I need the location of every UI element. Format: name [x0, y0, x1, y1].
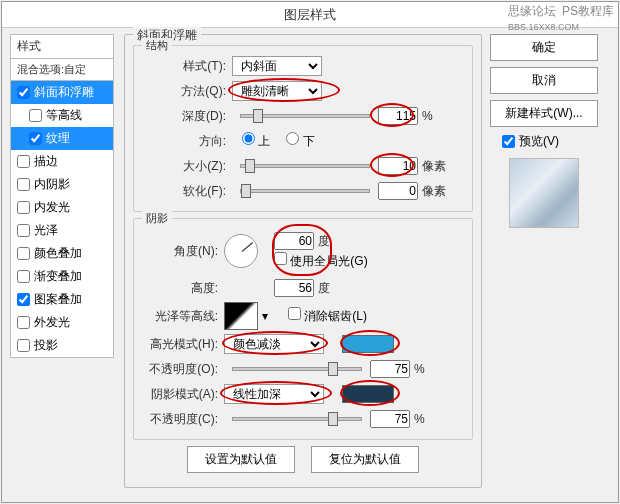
item-inner-shadow[interactable]: 内阴影: [11, 173, 113, 196]
angle-label: 角度(N):: [142, 243, 224, 260]
global-light-chk[interactable]: 使用全局光(G): [274, 254, 368, 268]
shading-title: 阴影: [142, 211, 172, 226]
structure-subgroup: 结构 样式(T): 内斜面 方法(Q): 雕刻清晰 深度(D): %: [133, 45, 473, 212]
shading-subgroup: 阴影 角度(N): 度 使用全局光(G): [133, 218, 473, 440]
chk-texture[interactable]: [29, 132, 42, 145]
method-select[interactable]: 雕刻清晰: [232, 81, 322, 101]
set-default-button[interactable]: 设置为默认值: [187, 446, 295, 473]
item-bevel[interactable]: 斜面和浮雕: [11, 81, 113, 104]
gloss-label: 光泽等高线:: [142, 308, 224, 325]
new-style-button[interactable]: 新建样式(W)...: [490, 100, 598, 127]
bevel-group: 斜面和浮雕 结构 样式(T): 内斜面 方法(Q): 雕刻清晰 深度(D):: [124, 34, 482, 488]
hilite-opacity-slider[interactable]: [232, 367, 362, 371]
direction-label: 方向:: [142, 133, 232, 150]
blend-options[interactable]: 混合选项:自定: [10, 59, 114, 81]
item-inner-glow[interactable]: 内发光: [11, 196, 113, 219]
item-outer-glow[interactable]: 外发光: [11, 311, 113, 334]
depth-input[interactable]: [378, 107, 418, 125]
depth-label: 深度(D):: [142, 108, 232, 125]
shadow-color[interactable]: [342, 385, 394, 403]
shadow-opacity-slider[interactable]: [232, 417, 362, 421]
style-select[interactable]: 内斜面: [232, 56, 322, 76]
soften-input[interactable]: [378, 182, 418, 200]
item-drop-shadow[interactable]: 投影: [11, 334, 113, 357]
chk-gradient-overlay[interactable]: [17, 270, 30, 283]
item-texture[interactable]: 纹理: [11, 127, 113, 150]
altitude-label: 高度:: [142, 280, 224, 297]
reset-default-button[interactable]: 复位为默认值: [311, 446, 419, 473]
item-contour[interactable]: 等高线: [11, 104, 113, 127]
ok-button[interactable]: 确定: [490, 34, 598, 61]
chk-contour[interactable]: [29, 109, 42, 122]
hilite-mode-label: 高光模式(H):: [142, 336, 224, 353]
chk-outer-glow[interactable]: [17, 316, 30, 329]
chk-drop-shadow[interactable]: [17, 339, 30, 352]
preview-thumbnail: [509, 158, 579, 228]
chk-pattern-overlay[interactable]: [17, 293, 30, 306]
dir-up[interactable]: 上: [242, 132, 270, 150]
layer-style-dialog: 图层样式 样式 混合选项:自定 斜面和浮雕 等高线 纹理 描边 内阴影 内发光 …: [1, 1, 619, 503]
shadow-opacity-input[interactable]: [370, 410, 410, 428]
hilite-opacity-label: 不透明度(O):: [142, 361, 224, 378]
right-panel: 确定 取消 新建样式(W)... 预览(V): [482, 34, 598, 494]
angle-input[interactable]: [274, 232, 314, 250]
style-list-panel: 样式 混合选项:自定 斜面和浮雕 等高线 纹理 描边 内阴影 内发光 光泽 颜色…: [10, 34, 114, 494]
size-slider[interactable]: [240, 164, 370, 168]
item-gradient-overlay[interactable]: 渐变叠加: [11, 265, 113, 288]
watermark: 思缘论坛PS教程库 BBS.16XX8.COM: [502, 3, 614, 32]
preview-toggle[interactable]: 预览(V): [502, 133, 598, 150]
chk-inner-glow[interactable]: [17, 201, 30, 214]
shadow-mode-select[interactable]: 线性加深: [224, 384, 324, 404]
item-color-overlay[interactable]: 颜色叠加: [11, 242, 113, 265]
depth-unit: %: [422, 109, 433, 123]
method-label: 方法(Q):: [142, 83, 232, 100]
style-label: 样式(T):: [142, 58, 232, 75]
hilite-opacity-input[interactable]: [370, 360, 410, 378]
chk-bevel[interactable]: [17, 86, 30, 99]
chk-color-overlay[interactable]: [17, 247, 30, 260]
gloss-contour[interactable]: [224, 302, 258, 330]
depth-slider[interactable]: [240, 114, 370, 118]
structure-title: 结构: [142, 38, 172, 53]
hilite-color[interactable]: [342, 335, 394, 353]
soften-slider[interactable]: [240, 189, 370, 193]
effects-list: 斜面和浮雕 等高线 纹理 描边 内阴影 内发光 光泽 颜色叠加 渐变叠加 图案叠…: [10, 81, 114, 358]
size-unit: 像素: [422, 158, 446, 175]
size-label: 大小(Z):: [142, 158, 232, 175]
chk-satin[interactable]: [17, 224, 30, 237]
cancel-button[interactable]: 取消: [490, 67, 598, 94]
item-satin[interactable]: 光泽: [11, 219, 113, 242]
altitude-input[interactable]: [274, 279, 314, 297]
item-pattern-overlay[interactable]: 图案叠加: [11, 288, 113, 311]
chk-inner-shadow[interactable]: [17, 178, 30, 191]
soften-label: 软化(F):: [142, 183, 232, 200]
dir-down[interactable]: 下: [286, 132, 314, 150]
styles-header[interactable]: 样式: [10, 34, 114, 59]
antialias-chk[interactable]: 消除锯齿(L): [288, 307, 367, 325]
size-input[interactable]: [378, 157, 418, 175]
soften-unit: 像素: [422, 183, 446, 200]
settings-panel: 斜面和浮雕 结构 样式(T): 内斜面 方法(Q): 雕刻清晰 深度(D):: [124, 34, 482, 494]
shadow-mode-label: 阴影模式(A):: [142, 386, 224, 403]
item-stroke[interactable]: 描边: [11, 150, 113, 173]
chk-stroke[interactable]: [17, 155, 30, 168]
angle-dial[interactable]: [224, 234, 258, 268]
hilite-mode-select[interactable]: 颜色减淡: [224, 334, 324, 354]
shadow-opacity-label: 不透明度(C):: [142, 411, 224, 428]
